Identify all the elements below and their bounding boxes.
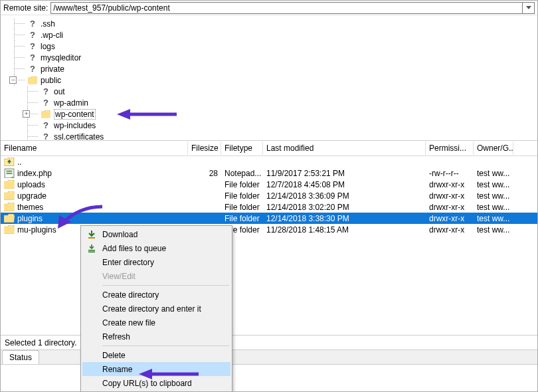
menu-item-create-new-file[interactable]: Create new file — [82, 316, 230, 330]
unknown-icon: ? — [27, 52, 38, 62]
tree-node--wp-cli[interactable]: ?.wp-cli — [27, 29, 537, 41]
remote-site-dropdown-button[interactable] — [523, 2, 535, 14]
tree-node-wp-content[interactable]: +wp-content — [41, 108, 537, 120]
folder-icon — [4, 191, 15, 201]
col-header-filename[interactable]: Filename — [1, 142, 188, 155]
cell-perm: drwxr-xr-x — [426, 214, 474, 223]
file-name: mu-plugins — [17, 225, 56, 235]
cell-modified: 12/7/2018 4:45:08 PM — [263, 180, 426, 189]
menu-item-label: Enter directory — [102, 258, 154, 267]
unknown-icon: ? — [41, 98, 51, 108]
menu-item-label: View/Edit — [102, 272, 135, 281]
menu-item-label: Create directory — [102, 290, 159, 300]
cell-type: File folder — [221, 203, 263, 212]
menu-separator — [102, 345, 229, 346]
col-header-filesize[interactable]: Filesize — [188, 142, 221, 155]
file-name: index.php — [17, 169, 52, 178]
cell-modified: 11/9/2017 2:53:21 PM — [263, 169, 426, 178]
cell-perm: drwxr-xr-x — [426, 191, 474, 201]
cell-size: 28 — [188, 169, 221, 178]
menu-item-label: Create new file — [102, 318, 155, 328]
svg-rect-3 — [88, 237, 95, 239]
folder-up-icon — [4, 157, 15, 167]
menu-item-refresh[interactable]: Refresh — [82, 330, 230, 343]
tree-node-private[interactable]: ?private — [27, 63, 537, 74]
tree-node-label: wp-includes — [54, 121, 96, 130]
cell-owner: test ww... — [474, 169, 513, 178]
folder-icon — [4, 202, 15, 212]
remote-site-bar: Remote site: — [1, 1, 537, 15]
menu-item-label: Create directory and enter it — [102, 304, 201, 314]
svg-rect-4 — [88, 250, 95, 251]
unknown-icon: ? — [27, 30, 38, 40]
cell-type: Notepad... — [221, 169, 263, 178]
folder-icon — [4, 179, 15, 189]
cell-perm: drwxr-xr-x — [426, 203, 474, 212]
cell-modified: 12/14/2018 3:38:30 PM — [263, 214, 426, 223]
tree-node-ssl-certificates[interactable]: ?ssl.certificates — [41, 131, 537, 140]
file-name: upgrade — [17, 191, 46, 201]
folder-icon — [27, 75, 38, 85]
tree-node-label: .wp-cli — [41, 31, 63, 40]
menu-item-add-files-to-queue[interactable]: Add files to queue — [82, 241, 230, 255]
tab-status[interactable]: Status — [2, 350, 39, 364]
cell-modified: 12/14/2018 3:36:09 PM — [263, 191, 426, 201]
cell-modified: 12/14/2018 3:02:20 PM — [263, 203, 426, 212]
cell-type: File folder — [221, 214, 263, 223]
unknown-icon: ? — [27, 19, 38, 29]
tree-node-wp-includes[interactable]: ?wp-includes — [41, 120, 537, 131]
annotation-arrow-plugins — [52, 203, 106, 232]
svg-rect-1 — [6, 170, 12, 171]
list-row[interactable]: upgradeFile folder12/14/2018 3:36:09 PMd… — [1, 190, 537, 201]
remote-site-label: Remote site: — [3, 3, 50, 13]
menu-item-enter-directory[interactable]: Enter directory — [82, 255, 230, 269]
tree-node-label: wp-admin — [54, 98, 88, 108]
cell-owner: test ww... — [474, 180, 513, 189]
unknown-icon: ? — [41, 132, 51, 140]
tree-node-mysqleditor[interactable]: ?mysqleditor — [27, 52, 537, 63]
tree-node-logs[interactable]: ?logs — [27, 41, 537, 52]
col-header-perm[interactable]: Permissi... — [426, 142, 474, 155]
tree-node-wp-admin[interactable]: ?wp-admin — [41, 97, 537, 108]
cell-owner: test ww... — [474, 191, 513, 201]
unknown-icon: ? — [27, 41, 38, 51]
svg-rect-2 — [6, 172, 12, 173]
tree-node-out[interactable]: ?out — [41, 86, 537, 97]
queue-icon — [86, 243, 97, 254]
file-name: themes — [17, 203, 43, 212]
list-row[interactable]: .. — [1, 156, 537, 167]
tree-node--ssh[interactable]: ?.ssh — [27, 18, 537, 29]
expand-icon[interactable]: + — [23, 110, 30, 118]
folder-icon — [4, 213, 15, 223]
list-row[interactable]: uploadsFile folder12/7/2018 4:45:08 PMdr… — [1, 179, 537, 190]
col-header-filetype[interactable]: Filetype — [221, 142, 263, 155]
menu-item-view-edit: View/Edit — [82, 269, 230, 283]
selection-info: Selected 1 directory. — [1, 337, 82, 349]
svg-rect-5 — [88, 251, 95, 252]
tree-node-label: .ssh — [41, 19, 55, 29]
remote-tree-panel[interactable]: ?.ssh?.wp-cli?logs?mysqleditor?private−p… — [1, 15, 537, 140]
tree-node-label: private — [41, 64, 64, 74]
col-header-modified[interactable]: Last modified — [263, 142, 426, 155]
tree-node-label: public — [41, 76, 61, 85]
tree-node-public[interactable]: −public — [27, 74, 537, 86]
menu-item-create-directory[interactable]: Create directory — [82, 288, 230, 302]
svg-marker-7 — [117, 109, 130, 120]
collapse-icon[interactable]: − — [9, 76, 17, 84]
menu-item-label: Delete — [102, 351, 126, 360]
svg-marker-10 — [139, 369, 152, 379]
tree-node-label: wp-content — [54, 109, 96, 120]
chevron-down-icon — [526, 6, 531, 9]
list-row[interactable]: index.php28Notepad...11/9/2017 2:53:21 P… — [1, 167, 537, 179]
annotation-arrow-rename — [139, 367, 199, 383]
menu-item-create-directory-and-enter-it[interactable]: Create directory and enter it — [82, 302, 230, 316]
remote-site-input[interactable] — [50, 2, 523, 14]
unknown-icon: ? — [41, 120, 51, 130]
folder-icon — [41, 109, 51, 119]
menu-item-delete[interactable]: Delete — [82, 348, 230, 362]
col-header-owner[interactable]: Owner/G... — [474, 142, 513, 155]
menu-item-label: Refresh — [102, 332, 130, 342]
tree-node-label: logs — [41, 42, 55, 51]
menu-item-label: Add files to queue — [102, 244, 166, 253]
cell-perm: -rw-r--r-- — [426, 169, 474, 178]
